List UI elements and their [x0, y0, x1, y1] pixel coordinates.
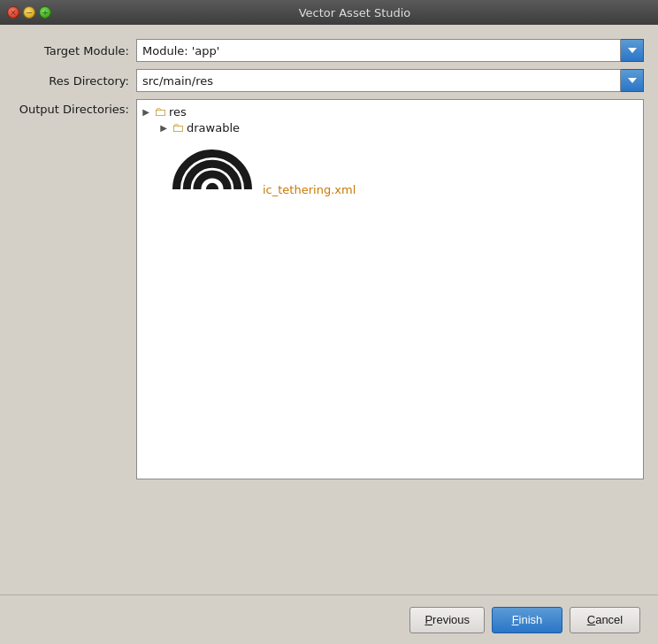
- output-tree-panel: ▶ 🗀 res ▶ 🗀 drawable: [136, 99, 644, 479]
- res-directory-control: src/main/res: [136, 69, 644, 92]
- tethering-preview-icon: [172, 150, 252, 229]
- tree-arrow-res: ▶: [141, 107, 151, 117]
- tree-item-drawable: ▶ 🗀 drawable: [158, 119, 639, 135]
- tree-item-res: ▶ 🗀 res: [141, 104, 639, 119]
- title-bar: × − + Vector Asset Studio: [0, 0, 658, 25]
- chevron-down-icon: [628, 48, 637, 53]
- tree-children-res: ▶ 🗀 drawable: [141, 119, 639, 229]
- finish-button[interactable]: Finish: [492, 607, 562, 633]
- res-directory-label: Res Directory:: [14, 74, 129, 88]
- chevron-down-icon: [628, 78, 637, 83]
- output-directories-row: Output Directories: ▶ 🗀 res ▶ 🗀 drawable: [14, 99, 644, 479]
- window-controls[interactable]: × − +: [7, 6, 51, 19]
- res-directory-combobox[interactable]: src/main/res: [136, 69, 621, 92]
- target-module-row: Target Module: Module: 'app': [14, 39, 644, 62]
- folder-icon-res: 🗀: [154, 104, 166, 119]
- target-module-value: Module: 'app': [142, 44, 615, 58]
- minimize-button[interactable]: −: [23, 6, 35, 19]
- res-directory-value: src/main/res: [142, 74, 615, 88]
- cancel-button[interactable]: Cancel: [570, 607, 640, 633]
- target-module-dropdown-button[interactable]: [621, 39, 644, 62]
- res-directory-dropdown-button[interactable]: [621, 69, 644, 92]
- svg-rect-4: [172, 189, 252, 229]
- close-button[interactable]: ×: [7, 6, 19, 19]
- preview-area: ic_tethering.xml: [158, 135, 639, 229]
- target-module-control: Module: 'app': [136, 39, 644, 62]
- tree-label-drawable: drawable: [187, 121, 240, 134]
- bottom-bar: Previous Finish Cancel: [0, 594, 658, 644]
- folder-icon-drawable: 🗀: [172, 120, 184, 134]
- output-directories-label: Output Directories:: [14, 99, 129, 116]
- window-title: Vector Asset Studio: [58, 6, 651, 19]
- maximize-button[interactable]: +: [39, 6, 51, 19]
- res-directory-row: Res Directory: src/main/res: [14, 69, 644, 92]
- file-label: ic_tethering.xml: [263, 183, 356, 196]
- window-content: Target Module: Module: 'app' Res Directo…: [0, 25, 658, 494]
- previous-button[interactable]: Previous: [409, 607, 485, 633]
- tree-label-res: res: [169, 105, 187, 119]
- target-module-combobox[interactable]: Module: 'app': [136, 39, 621, 62]
- tree-arrow-drawable: ▶: [158, 123, 169, 133]
- target-module-label: Target Module:: [14, 44, 129, 58]
